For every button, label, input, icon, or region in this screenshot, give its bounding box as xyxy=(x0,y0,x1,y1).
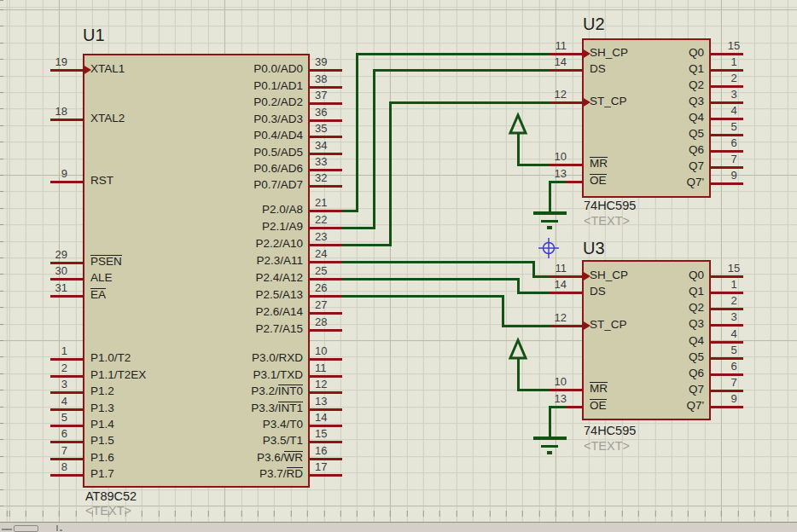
pin-number-u1-3: 3 xyxy=(33,379,67,390)
pin-name-u2-q2: Q2 xyxy=(567,78,704,91)
pin-number-u1-30: 30 xyxy=(33,265,67,277)
pin-name-u1-p1-4: P1.4 xyxy=(90,418,114,431)
schematic-canvas[interactable]: U1AT89C52<TEXT>19XTAL118XTAL29RST29PSEN3… xyxy=(0,0,797,532)
pin-number-u2-2: 2 xyxy=(721,72,747,84)
pin-name-u3-q4: Q4 xyxy=(567,334,704,347)
chip-text-placeholder-u2[interactable]: <TEXT> xyxy=(584,214,630,228)
window-artifact-dot xyxy=(60,529,62,531)
chip-ref-u1[interactable]: U1 xyxy=(83,26,105,44)
pin-name-overline: WR xyxy=(284,451,304,464)
window-artifact-line xyxy=(2,529,12,530)
pin-number-u3-14: 14 xyxy=(532,279,567,291)
pin-number-u1-8: 8 xyxy=(33,461,67,473)
origin-marker-icon xyxy=(544,243,555,254)
pin-number-u2-7: 7 xyxy=(721,153,747,165)
wire-w-p23-u3-shcp[interactable] xyxy=(342,262,550,276)
pin-number-u3-11: 11 xyxy=(532,263,567,275)
pin-number-u3-5: 5 xyxy=(721,344,747,356)
pin-number-u2-10: 10 xyxy=(532,151,567,163)
pin-number-u1-33: 33 xyxy=(315,156,344,168)
pin-number-u1-22: 22 xyxy=(315,214,344,226)
pin-number-u1-27: 27 xyxy=(315,299,344,311)
pin-number-u2-9: 9 xyxy=(721,170,747,182)
pin-name-u1-p1-0-t2: P1.0/T2 xyxy=(90,351,131,364)
pin-name-base: P3.6/ xyxy=(257,451,284,464)
pin-name-u1-p2-7-a15: P2.7/A15 xyxy=(166,322,303,335)
wire-w-p22-u2-stcp[interactable] xyxy=(342,102,550,245)
pin-number-u1-26: 26 xyxy=(315,282,344,294)
pin-number-u3-2: 2 xyxy=(721,295,747,307)
pin-number-u2-14: 14 xyxy=(532,56,567,68)
pin-name-u1-p2-6-a14: P2.6/A14 xyxy=(166,305,303,318)
wire-w-p24-u3-ds[interactable] xyxy=(342,279,550,292)
pin-number-u1-39: 39 xyxy=(315,56,344,68)
pin-name-u2-q1: Q1 xyxy=(567,62,704,75)
chip-text-placeholder-u3[interactable]: <TEXT> xyxy=(584,439,630,453)
pin-number-u3-3: 3 xyxy=(721,311,747,323)
pin-name-u1-p1-5: P1.5 xyxy=(90,434,114,447)
pin-number-u1-2: 2 xyxy=(33,362,67,374)
pin-number-u1-10: 10 xyxy=(315,345,344,357)
pin-number-u1-7: 7 xyxy=(33,445,67,457)
pin-number-u1-29: 29 xyxy=(33,249,67,261)
pin-number-u1-15: 15 xyxy=(315,428,344,440)
wire-gnd-u2[interactable] xyxy=(550,182,566,213)
pin-number-u1-36: 36 xyxy=(315,107,344,119)
pin-number-u1-13: 13 xyxy=(315,396,344,408)
pin-name-u3-q2: Q2 xyxy=(567,301,704,314)
pin-name-u2-q0: Q0 xyxy=(567,46,704,59)
wire-w-p25-u3-stcp[interactable] xyxy=(342,296,550,326)
pin-number-u2-15: 15 xyxy=(721,40,747,52)
pin-name-u1-p1-2: P1.2 xyxy=(90,385,114,397)
chip-text-placeholder-u1[interactable]: <TEXT> xyxy=(85,504,131,518)
pin-name-u1-p0-5-ad5: P0.5/AD5 xyxy=(166,146,303,159)
pin-number-u2-12: 12 xyxy=(532,89,567,101)
power-arrow-icon-vcc-u3[interactable] xyxy=(510,340,526,358)
pin-number-u1-34: 34 xyxy=(315,140,344,152)
pin-name-u1-p2-0-a8: P2.0/A8 xyxy=(166,203,303,216)
chip-value-u1[interactable]: AT89C52 xyxy=(85,489,137,503)
pin-number-u1-11: 11 xyxy=(315,362,344,374)
pin-number-u1-12: 12 xyxy=(315,379,344,390)
pin-number-u1-31: 31 xyxy=(33,282,67,294)
sheet-left-ruler-ticks xyxy=(0,0,3,522)
pin-number-u2-5: 5 xyxy=(721,121,747,133)
pin-name-u2-q4: Q4 xyxy=(567,111,704,124)
pin-name-overline: PSEN xyxy=(90,255,122,268)
pin-name-u1-p3-7-rd: P3.7/RD xyxy=(166,467,303,480)
pin-number-u1-24: 24 xyxy=(315,248,344,260)
pin-number-u1-18: 18 xyxy=(33,106,67,118)
wire-w-p20-u2-shcp[interactable] xyxy=(342,54,550,211)
wire-gnd-u3[interactable] xyxy=(550,407,566,438)
pin-name-u1-p3-6-wr: P3.6/WR xyxy=(166,451,303,464)
pin-number-u3-6: 6 xyxy=(721,361,747,373)
pin-name-u1-rst: RST xyxy=(90,174,113,187)
pin-number-u1-14: 14 xyxy=(315,412,344,424)
statusbar xyxy=(0,523,797,532)
pin-name-u2-q7-: Q7' xyxy=(567,176,704,188)
pin-name-u1-xtal2: XTAL2 xyxy=(90,112,125,124)
pin-name-u1-p0-7-ad7: P0.7/AD7 xyxy=(166,178,303,191)
pin-number-u3-9: 9 xyxy=(721,393,747,405)
chip-value-u2[interactable]: 74HC595 xyxy=(584,199,636,212)
pin-name-u3-q7-: Q7' xyxy=(567,399,704,412)
power-arrow-icon-vcc-u2[interactable] xyxy=(510,115,526,133)
pin-number-u1-9: 9 xyxy=(33,168,67,180)
pin-name-u1-p0-1-ad1: P0.1/AD1 xyxy=(166,79,303,92)
pin-name-u1-p3-5-t1: P3.5/T1 xyxy=(166,434,303,447)
pin-name-u1-p0-2-ad2: P0.2/AD2 xyxy=(166,95,303,108)
pin-name-u1-xtal1: XTAL1 xyxy=(90,62,125,75)
pin-name-u1-psen: PSEN xyxy=(90,255,122,268)
pin-name-u1-p3-4-t0: P3.4/T0 xyxy=(166,418,303,431)
pin-name-u3-q6: Q6 xyxy=(567,367,704,379)
pin-number-u2-11: 11 xyxy=(532,40,567,52)
pin-number-u1-35: 35 xyxy=(315,123,344,135)
pin-number-u1-28: 28 xyxy=(315,316,344,328)
wire-w-p21-u2-ds[interactable] xyxy=(342,70,550,228)
chip-value-u3[interactable]: 74HC595 xyxy=(584,424,636,437)
pin-number-u1-23: 23 xyxy=(315,231,344,243)
chip-ref-u3[interactable]: U3 xyxy=(583,240,605,257)
chip-ref-u2[interactable]: U2 xyxy=(583,15,605,33)
pin-name-base: P3.2/ xyxy=(251,385,278,397)
pin-name-u1-p2-4-a12: P2.4/A12 xyxy=(166,271,303,284)
